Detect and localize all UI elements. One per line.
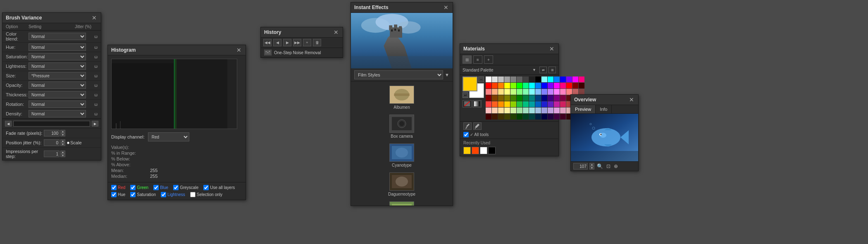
color-cell-1-1[interactable] — [492, 83, 498, 89]
color-cell-0-5[interactable] — [517, 77, 522, 82]
color-cell-4-2[interactable] — [498, 101, 504, 107]
color-cell-3-0[interactable] — [486, 95, 491, 101]
check-red[interactable]: Red — [111, 185, 125, 190]
color-cell-2-5[interactable] — [517, 89, 522, 95]
color-cell-6-5[interactable] — [517, 114, 522, 120]
position-jitter-down[interactable]: ▼ — [60, 143, 65, 146]
fade-rate-down[interactable]: ▼ — [60, 133, 65, 136]
color-cell-1-3[interactable] — [504, 83, 510, 89]
materials-close[interactable]: ✕ — [548, 46, 555, 52]
color-cell-4-6[interactable] — [523, 101, 529, 107]
color-cell-1-5[interactable] — [517, 83, 522, 89]
history-redo-btn[interactable]: ▶▶ — [293, 39, 301, 46]
color-cell-2-0[interactable] — [486, 89, 491, 95]
color-cell-2-14[interactable] — [572, 89, 578, 95]
eyedropper-btn[interactable] — [463, 122, 472, 130]
color-cell-0-9[interactable] — [541, 77, 547, 82]
bv-select-2[interactable]: Normal Normal *Pressure *Velocity Random… — [29, 53, 86, 60]
color-cell-0-15[interactable] — [579, 77, 584, 82]
color-cell-0-1[interactable] — [492, 77, 498, 82]
impressions-down[interactable]: ▼ — [60, 154, 65, 157]
color-cell-0-13[interactable] — [566, 77, 572, 82]
reset-colors-btn[interactable]: ↩ — [463, 92, 468, 98]
mat-grid-btn[interactable]: ⊞ — [463, 55, 472, 64]
color-cell-2-10[interactable] — [548, 89, 553, 95]
color-cell-3-7[interactable] — [529, 95, 535, 101]
color-cell-5-3[interactable] — [504, 108, 510, 113]
color-cell-5-0[interactable] — [486, 108, 491, 113]
tab-info[interactable]: Info — [596, 105, 612, 113]
color-cell-0-14[interactable] — [572, 77, 578, 82]
color-cell-0-7[interactable] — [529, 77, 535, 82]
color-cell-6-2[interactable] — [498, 114, 504, 120]
history-step-forward-btn[interactable]: ▶ — [283, 39, 291, 46]
ie-effect-albumen[interactable]: Albumen — [353, 84, 450, 111]
zoom-up[interactable]: ▲ — [589, 163, 594, 166]
check-use-all-layers[interactable]: Use all layers — [203, 185, 235, 190]
color-cell-0-3[interactable] — [504, 77, 510, 82]
color-cell-6-11[interactable] — [554, 114, 560, 120]
bv-select-5[interactable]: Normal Normal *Pressure *Velocity Random… — [29, 81, 86, 89]
color-cell-6-0[interactable] — [486, 114, 491, 120]
bv-select-6[interactable]: Normal Normal *Pressure *Velocity Random… — [29, 91, 86, 98]
color-cell-6-1[interactable] — [492, 114, 498, 120]
color-cell-5-6[interactable] — [523, 108, 529, 113]
color-cell-1-11[interactable] — [554, 83, 560, 89]
color-cell-6-3[interactable] — [504, 114, 510, 120]
bv-select-4[interactable]: *Pressure Normal *Pressure *Velocity Ran… — [29, 72, 86, 79]
mat-transparent-btn[interactable] — [463, 100, 472, 108]
check-green[interactable]: Green — [130, 185, 148, 190]
history-close[interactable]: ✕ — [333, 29, 339, 35]
color-cell-3-5[interactable] — [517, 95, 522, 101]
color-cell-4-1[interactable] — [492, 101, 498, 107]
color-cell-0-12[interactable] — [560, 77, 566, 82]
history-item-noise[interactable]: One-Step Noise Removal — [261, 48, 343, 57]
color-cell-2-12[interactable] — [560, 89, 566, 95]
color-cell-0-11[interactable] — [554, 77, 560, 82]
ie-effect-cyanotype[interactable]: Cyanotype — [353, 142, 450, 169]
instant-effects-close[interactable]: ✕ — [443, 5, 449, 10]
impressions-input[interactable]: 1 — [44, 151, 60, 157]
color-cell-1-2[interactable] — [498, 83, 504, 89]
color-cell-0-0[interactable] — [486, 77, 491, 82]
color-cell-2-1[interactable] — [492, 89, 498, 95]
check-blue[interactable]: Blue — [153, 185, 168, 190]
impressions-up[interactable]: ▲ — [60, 151, 65, 154]
color-cell-4-4[interactable] — [510, 101, 516, 107]
color-cell-6-12[interactable] — [560, 114, 566, 120]
color-cell-2-11[interactable] — [554, 89, 560, 95]
recent-color-0[interactable] — [463, 147, 471, 154]
ie-effect-early-color[interactable]: Early color — [353, 200, 450, 206]
color-cell-6-8[interactable] — [535, 114, 541, 120]
color-cell-1-9[interactable] — [541, 83, 547, 89]
color-cell-4-7[interactable] — [529, 101, 535, 107]
color-cell-1-15[interactable] — [579, 83, 584, 89]
bv-select-1[interactable]: Normal Normal *Pressure *Velocity Random… — [29, 43, 86, 51]
color-cell-5-4[interactable] — [510, 108, 516, 113]
scroll-left[interactable]: ◀ — [5, 121, 12, 127]
color-cell-3-8[interactable] — [535, 95, 541, 101]
recent-color-1[interactable] — [472, 147, 479, 154]
palette-dropdown-arrow[interactable]: ▼ — [532, 68, 536, 72]
color-cell-4-10[interactable] — [548, 101, 553, 107]
color-cell-4-12[interactable] — [560, 101, 566, 107]
color-cell-3-6[interactable] — [523, 95, 529, 101]
color-cell-1-6[interactable] — [523, 83, 529, 89]
color-cell-5-7[interactable] — [529, 108, 535, 113]
tab-preview[interactable]: Preview — [571, 105, 596, 113]
zoom-out-btn[interactable]: 🔍 — [596, 163, 604, 169]
switch-fg-bg-btn[interactable]: ↔ — [478, 77, 484, 82]
color-cell-3-10[interactable] — [548, 95, 553, 101]
bv-scrollbar[interactable]: ◀ ▶ — [2, 119, 101, 128]
recent-color-3[interactable] — [488, 147, 496, 154]
color-cell-2-9[interactable] — [541, 89, 547, 95]
zoom-down[interactable]: ▼ — [589, 166, 594, 170]
zoom-fit-btn[interactable]: ⊡ — [606, 163, 611, 169]
bv-select-0[interactable]: Normal Normal *Pressure *Velocity Random… — [29, 33, 86, 40]
color-cell-5-5[interactable] — [517, 108, 522, 113]
check-greyscale[interactable]: Greyscale — [173, 185, 198, 190]
check-lightness[interactable]: Lightness — [161, 192, 185, 197]
color-cell-1-14[interactable] — [572, 83, 578, 89]
color-cell-1-10[interactable] — [548, 83, 553, 89]
color-cell-6-4[interactable] — [510, 114, 516, 120]
